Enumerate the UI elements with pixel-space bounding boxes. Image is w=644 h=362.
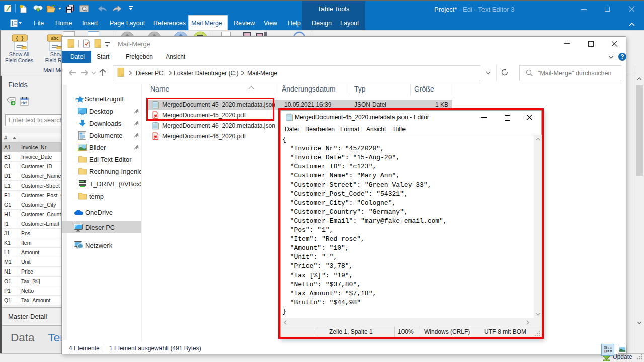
svg-text:{ }: { }: [16, 36, 24, 41]
svg-text:abc: abc: [51, 36, 59, 41]
